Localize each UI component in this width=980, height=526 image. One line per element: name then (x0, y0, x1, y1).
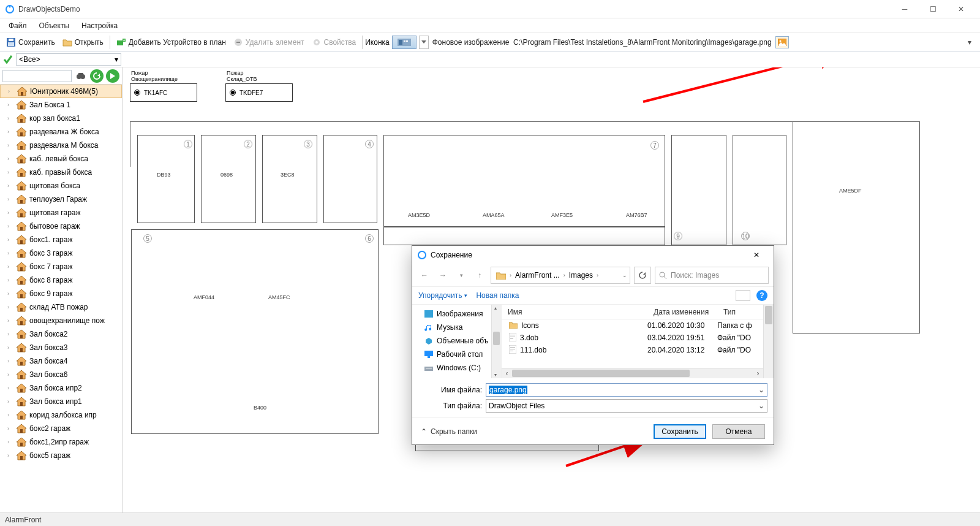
nav-up-button[interactable]: ↑ (472, 268, 487, 283)
tree-item[interactable]: ›Юнитроник 496М(5) (0, 85, 122, 98)
expand-icon[interactable]: › (7, 372, 13, 378)
tree-item[interactable]: ›бытовое гараж (0, 219, 122, 233)
window-minimize-button[interactable]: ─ (891, 0, 919, 18)
view-mode-button[interactable] (736, 290, 750, 301)
nav-tree-item[interactable]: Рабочий стол (412, 348, 501, 361)
file-row[interactable]: 3.dob03.04.2020 19:51Файл "DO (502, 332, 763, 344)
expand-icon[interactable]: › (7, 196, 13, 202)
menu-file[interactable]: Файл (4, 20, 32, 31)
save-button[interactable]: Сохранить (2, 35, 59, 50)
expand-icon[interactable]: › (7, 237, 13, 243)
expand-icon[interactable]: › (7, 102, 13, 108)
tree-item[interactable]: ›бокс 3 гараж (0, 246, 122, 260)
tree-item[interactable]: ›бокс2 гараж (0, 422, 122, 435)
tree-item[interactable]: ›Зал бокса2 (0, 327, 122, 341)
expand-icon[interactable]: › (7, 345, 13, 351)
chevron-down-icon[interactable]: ⌄ (622, 272, 627, 278)
tree-item[interactable]: ›щитовая гараж (0, 206, 122, 219)
open-button[interactable]: Открыть (59, 35, 107, 50)
sidebar-search-input[interactable] (2, 70, 72, 82)
tree-item[interactable]: ›Зал Бокса 1 (0, 98, 122, 112)
nav-refresh-button[interactable] (634, 267, 651, 284)
expand-icon[interactable]: › (7, 452, 13, 459)
nav-tree-item[interactable]: Объемные объ (412, 334, 501, 348)
expand-icon[interactable]: › (7, 425, 13, 432)
expand-icon[interactable]: › (7, 129, 13, 135)
file-list-vscrollbar[interactable] (763, 305, 774, 378)
expand-icon[interactable]: › (7, 412, 13, 418)
nav-tree-scrollbar[interactable]: ▴▾ (491, 305, 501, 378)
refresh-button[interactable] (90, 69, 104, 83)
chevron-down-icon[interactable]: ▾ (454, 268, 469, 283)
tree-item[interactable]: ›теплоузел Гараж (0, 192, 122, 206)
nav-back-button[interactable]: ← (417, 268, 432, 283)
bg-image-browse-button[interactable] (775, 36, 789, 48)
expand-icon[interactable]: › (7, 223, 13, 229)
tree-item[interactable]: ›раздевалка М бокса (0, 139, 122, 152)
dialog-search-input[interactable]: Поиск: Images (655, 267, 769, 284)
expand-icon[interactable]: › (7, 331, 13, 337)
tree-item[interactable]: ›щитовая бокса (0, 179, 122, 192)
new-folder-button[interactable]: Новая папка (476, 291, 519, 300)
device-box[interactable]: TKDFE7 (225, 83, 293, 102)
file-row[interactable]: 111.dob20.04.2020 13:12Файл "DO (502, 344, 763, 356)
menu-objects[interactable]: Объекты (34, 20, 75, 31)
window-close-button[interactable]: ✕ (947, 0, 975, 18)
dialog-cancel-button[interactable]: Отмена (712, 424, 765, 439)
nav-tree-item[interactable]: Музыка (412, 321, 501, 334)
filetype-select[interactable]: DrawObject Files ⌄ (486, 399, 767, 413)
expand-icon[interactable]: › (7, 142, 13, 148)
expand-icon[interactable]: › (7, 250, 13, 256)
nav-forward-button[interactable]: → (435, 268, 450, 283)
expand-icon[interactable]: › (7, 385, 13, 391)
tree-item[interactable]: ›бокс 8 гараж (0, 273, 122, 287)
organize-menu[interactable]: Упорядочить ▾ (418, 291, 467, 300)
file-row[interactable]: Icons01.06.2020 10:30Папка с ф (502, 319, 763, 332)
breadcrumb-segment[interactable]: AlarmFront ... (513, 271, 562, 280)
chevron-down-icon[interactable]: ⌄ (758, 386, 764, 394)
filename-input[interactable]: garage.png ⌄ (486, 383, 767, 397)
tree-item[interactable]: ›Зал бокса3 (0, 341, 122, 354)
file-list-hscrollbar[interactable]: ‹› (502, 368, 763, 378)
tree-item[interactable]: ›Зал бокса ипр1 (0, 395, 122, 408)
tree-item[interactable]: ›бокс1. гараж (0, 233, 122, 246)
expand-icon[interactable]: › (7, 398, 13, 405)
expand-icon[interactable]: › (7, 183, 13, 189)
expand-icon[interactable]: › (7, 277, 13, 283)
menu-settings[interactable]: Настройка (77, 20, 123, 31)
hide-folders-toggle[interactable]: ⌃Скрыть папки (421, 427, 477, 436)
breadcrumb-segment[interactable]: Images (567, 271, 595, 280)
binoculars-button[interactable] (74, 69, 88, 83)
device-box[interactable]: TK1AFC (130, 83, 197, 102)
toolbar-overflow-dropdown[interactable]: ▾ (968, 38, 978, 47)
tree-item[interactable]: ›бокс1,2ипр гараж (0, 435, 122, 449)
expand-icon[interactable]: › (7, 291, 13, 297)
expand-icon[interactable]: › (7, 264, 13, 270)
tree-item[interactable]: ›раздевалка Ж бокса (0, 125, 122, 139)
delete-element-button[interactable]: Удалить элемент (230, 35, 308, 50)
add-device-button[interactable]: Добавить Устройство в план (113, 35, 230, 50)
play-button[interactable] (106, 69, 119, 83)
tree-item[interactable]: ›Зал бокса6 (0, 368, 122, 381)
nav-tree-item[interactable]: Windows (C:) (412, 361, 501, 375)
help-button[interactable]: ? (756, 290, 767, 301)
expand-icon[interactable]: › (7, 358, 13, 364)
check-icon[interactable] (2, 54, 13, 65)
filter-combo[interactable]: <Все> ▾ (16, 53, 121, 66)
expand-icon[interactable]: › (7, 169, 13, 175)
expand-icon[interactable]: › (7, 318, 13, 324)
file-list-header[interactable]: Имя Дата изменения Тип (502, 305, 763, 319)
tree-item[interactable]: ›каб. правый бокса (0, 166, 122, 179)
tree-item[interactable]: ›бокс 7 гараж (0, 260, 122, 273)
tree-item[interactable]: ›бокс 9 гараж (0, 287, 122, 300)
properties-button[interactable]: Свойства (308, 35, 360, 50)
expand-icon[interactable]: › (7, 115, 13, 121)
icon-picker-dropdown[interactable] (419, 36, 429, 49)
tree-item[interactable]: ›каб. левый бокса (0, 152, 122, 166)
dialog-save-button[interactable]: Сохранить (654, 424, 706, 439)
window-maximize-button[interactable]: ☐ (919, 0, 947, 18)
dialog-close-button[interactable]: ✕ (744, 251, 769, 259)
expand-icon[interactable]: › (7, 156, 13, 162)
expand-icon[interactable]: › (7, 304, 13, 310)
tree-item[interactable]: ›овощехранилище пож (0, 314, 122, 327)
